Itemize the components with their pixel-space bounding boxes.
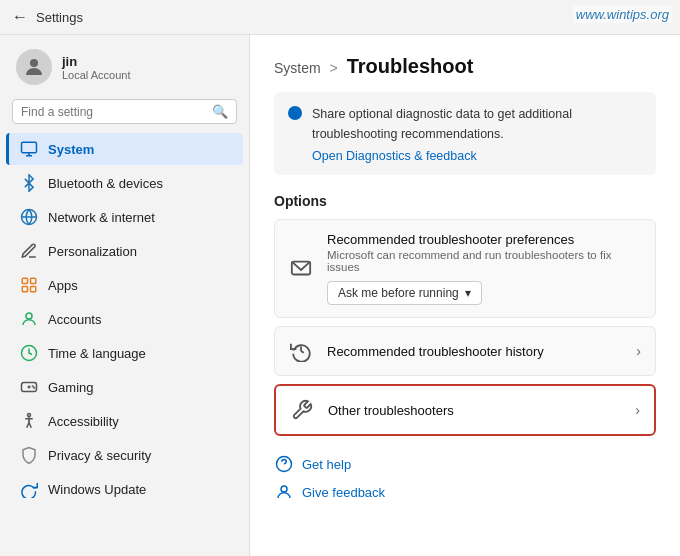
option-card-recommended-prefs[interactable]: Recommended troubleshooter preferencesMi… (274, 219, 656, 318)
svg-point-13 (34, 387, 35, 388)
sidebar-item-accounts[interactable]: Accounts (6, 303, 243, 335)
sidebar-item-accessibility[interactable]: Accessibility (6, 405, 243, 437)
chevron-right-icon-other-troubleshooters: › (635, 402, 640, 418)
time-icon (20, 344, 38, 362)
system-icon (20, 140, 38, 158)
sidebar-item-time[interactable]: Time & language (6, 337, 243, 369)
svg-point-14 (28, 414, 31, 417)
bluetooth-icon (20, 174, 38, 192)
breadcrumb: System > Troubleshoot (274, 55, 656, 78)
avatar (16, 49, 52, 85)
svg-rect-3 (22, 278, 27, 283)
svg-rect-5 (22, 287, 27, 292)
sidebar-item-label-accessibility: Accessibility (48, 414, 119, 429)
apps-icon (20, 276, 38, 294)
svg-point-21 (281, 486, 287, 492)
svg-rect-6 (31, 287, 36, 292)
sidebar-item-windows-update[interactable]: Windows Update (6, 473, 243, 505)
sidebar-item-system[interactable]: System (6, 133, 243, 165)
option-title-recommended-prefs: Recommended troubleshooter preferences (327, 232, 641, 247)
sidebar-item-bluetooth[interactable]: Bluetooth & devices (6, 167, 243, 199)
back-button[interactable]: ← (12, 8, 28, 26)
sidebar-item-label-bluetooth: Bluetooth & devices (48, 176, 163, 191)
sidebar-item-label-network: Network & internet (48, 210, 155, 225)
user-section: jin Local Account (0, 35, 249, 95)
history-icon (289, 339, 313, 363)
sidebar-item-network[interactable]: Network & internet (6, 201, 243, 233)
accessibility-icon (20, 412, 38, 430)
windows-update-icon (20, 480, 38, 498)
breadcrumb-current: Troubleshoot (347, 55, 474, 77)
search-box: 🔍 (12, 99, 237, 124)
svg-point-7 (26, 313, 32, 319)
sidebar-item-personalization[interactable]: Personalization (6, 235, 243, 267)
breadcrumb-separator: > (330, 60, 338, 76)
sidebar-item-label-privacy: Privacy & security (48, 448, 151, 463)
sidebar-item-gaming[interactable]: Gaming (6, 371, 243, 403)
sidebar-item-label-gaming: Gaming (48, 380, 94, 395)
svg-point-12 (32, 386, 33, 387)
sidebar-item-label-apps: Apps (48, 278, 78, 293)
user-info: jin Local Account (62, 54, 131, 81)
option-title-other-troubleshooters: Other troubleshooters (328, 403, 621, 418)
sidebar-item-label-accounts: Accounts (48, 312, 101, 327)
message-icon (289, 257, 313, 281)
search-icon[interactable]: 🔍 (212, 104, 228, 119)
section-title: Options (274, 193, 656, 209)
diagnostics-link[interactable]: Open Diagnostics & feedback (312, 149, 642, 163)
sidebar-item-privacy[interactable]: Privacy & security (6, 439, 243, 471)
personalization-icon (20, 242, 38, 260)
option-content-other-troubleshooters: Other troubleshooters (328, 403, 621, 418)
breadcrumb-parent: System (274, 60, 321, 76)
sidebar-item-label-system: System (48, 142, 94, 157)
content-area: System > Troubleshoot Share optional dia… (250, 35, 680, 556)
option-content-recommended-history: Recommended troubleshooter history (327, 344, 622, 359)
option-card-other-troubleshooters[interactable]: Other troubleshooters› (274, 384, 656, 436)
sidebar-item-label-time: Time & language (48, 346, 146, 361)
give-feedback-link[interactable]: Give feedback (302, 485, 385, 500)
option-content-recommended-prefs: Recommended troubleshooter preferencesMi… (327, 232, 641, 305)
option-subtitle-recommended-prefs: Microsoft can recommend and run troubles… (327, 249, 641, 273)
chevron-down-icon: ▾ (465, 286, 471, 300)
privacy-icon (20, 446, 38, 464)
info-text: Share optional diagnostic data to get ad… (312, 107, 572, 141)
dropdown-button-recommended-prefs[interactable]: Ask me before running▾ (327, 281, 482, 305)
sidebar-item-apps[interactable]: Apps (6, 269, 243, 301)
bottom-links: Get helpGive feedback (274, 454, 656, 502)
option-card-recommended-history[interactable]: Recommended troubleshooter history› (274, 326, 656, 376)
get-help-link[interactable]: Get help (302, 457, 351, 472)
sidebar-nav: SystemBluetooth & devicesNetwork & inter… (0, 132, 249, 506)
svg-rect-1 (22, 142, 37, 153)
chevron-right-icon-recommended-history: › (636, 343, 641, 359)
network-icon (20, 208, 38, 226)
user-name: jin (62, 54, 131, 69)
sidebar: jin Local Account 🔍 SystemBluetooth & de… (0, 35, 250, 556)
gaming-icon (20, 378, 38, 396)
dropdown-label: Ask me before running (338, 286, 459, 300)
svg-point-0 (30, 59, 38, 67)
svg-rect-4 (31, 278, 36, 283)
help-icon (274, 454, 294, 474)
search-input[interactable] (21, 105, 212, 119)
info-dot (288, 106, 302, 120)
wrench-icon (290, 398, 314, 422)
user-type: Local Account (62, 69, 131, 81)
info-banner: Share optional diagnostic data to get ad… (274, 92, 656, 175)
title-bar-text: Settings (36, 10, 83, 25)
bottom-link-row-get-help: Get help (274, 454, 656, 474)
feedback-icon (274, 482, 294, 502)
bottom-link-row-give-feedback: Give feedback (274, 482, 656, 502)
accounts-icon (20, 310, 38, 328)
sidebar-item-label-windows-update: Windows Update (48, 482, 146, 497)
options-container: Recommended troubleshooter preferencesMi… (274, 219, 656, 436)
option-title-recommended-history: Recommended troubleshooter history (327, 344, 622, 359)
sidebar-item-label-personalization: Personalization (48, 244, 137, 259)
watermark: www.wintips.org (573, 6, 672, 23)
info-content: Share optional diagnostic data to get ad… (312, 104, 642, 163)
